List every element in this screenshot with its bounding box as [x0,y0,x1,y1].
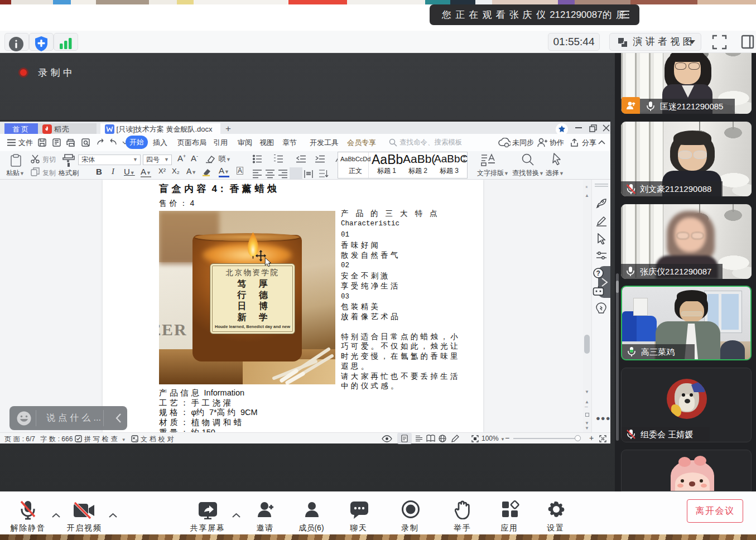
svg-text:?: ? [596,269,600,277]
